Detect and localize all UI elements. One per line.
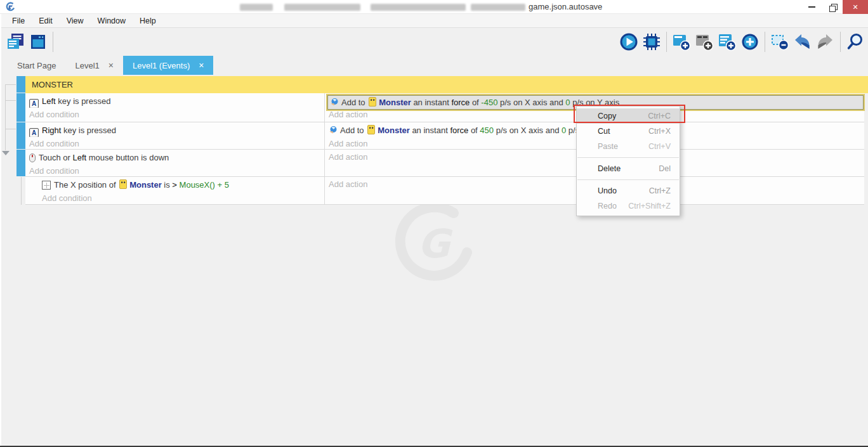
remove-selection-icon <box>770 32 789 51</box>
add-action-link[interactable]: Add action <box>329 152 367 163</box>
tab-level1-events[interactable]: Level1 (Events) × <box>123 56 214 75</box>
gdevelop-watermark-logo: G <box>388 204 483 284</box>
force-icon <box>329 126 338 137</box>
close-icon: ✕ <box>852 3 858 11</box>
add-event-button[interactable] <box>670 30 693 54</box>
tree-line <box>5 84 16 85</box>
scene-editor-icon <box>29 33 47 51</box>
sub-event-row: The X position of Monster is > MouseX() … <box>25 177 864 205</box>
shortcut: Ctrl+Z <box>649 186 671 195</box>
conditions-cell: The X position of Monster is > MouseX() … <box>25 177 325 204</box>
mouse-icon <box>29 153 36 162</box>
menu-edit[interactable]: Edit <box>32 14 60 28</box>
minimize-button[interactable] <box>801 0 822 14</box>
tab-level1[interactable]: Level1 × <box>65 56 123 75</box>
tab-label: Start Page <box>17 61 56 70</box>
redacted-title-segment <box>284 4 360 11</box>
undo-icon <box>793 32 812 51</box>
play-icon <box>619 32 638 51</box>
tab-start-page[interactable]: Start Page <box>8 56 65 75</box>
search-icon <box>846 32 865 51</box>
minimize-icon <box>808 6 815 8</box>
shortcut: Ctrl+Shift+Z <box>628 202 671 211</box>
context-menu-cut[interactable]: Cut Ctrl+X <box>577 124 680 139</box>
tree-line <box>5 84 6 150</box>
project-manager-button[interactable] <box>4 30 27 54</box>
menu-view[interactable]: View <box>60 14 91 28</box>
restore-icon <box>829 4 836 11</box>
tree-line <box>5 129 16 129</box>
position-icon <box>42 181 51 190</box>
add-condition-link[interactable]: Add condition <box>29 138 79 150</box>
condition-item[interactable]: ALeft key is pressed <box>29 95 322 108</box>
context-menu-copy[interactable]: Copy Ctrl+C <box>577 108 680 124</box>
redacted-title-segment <box>471 4 525 11</box>
menu-help[interactable]: Help <box>133 14 163 28</box>
event-row: Touch or Left mouse button is down Add c… <box>25 150 864 177</box>
debug-button[interactable] <box>640 30 663 54</box>
toolbar-divider <box>840 32 841 52</box>
tree-line <box>21 177 22 205</box>
add-condition-link[interactable]: Add condition <box>29 109 79 120</box>
redacted-title-segment <box>371 4 466 11</box>
add-condition-link[interactable]: Add condition <box>29 165 79 177</box>
add-action-link[interactable]: Add action <box>329 109 367 120</box>
undo-button[interactable] <box>791 30 814 54</box>
remove-selection-button[interactable] <box>768 30 791 54</box>
add-comment-icon <box>718 32 737 51</box>
context-menu-delete[interactable]: Delete Del <box>577 161 680 176</box>
tab-close-icon[interactable]: × <box>109 60 114 70</box>
scene-editor-button[interactable] <box>27 30 49 54</box>
tree-line <box>5 100 16 101</box>
play-button[interactable] <box>617 30 640 54</box>
comment-row[interactable]: MONSTER <box>25 76 868 93</box>
menu-window[interactable]: Window <box>91 14 133 28</box>
event-bar <box>16 122 25 149</box>
tab-bar: Start Page Level1 × Level1 (Events) × <box>1 56 868 75</box>
redo-button[interactable] <box>814 30 837 54</box>
svg-text:G: G <box>418 221 453 267</box>
redacted-title-segment <box>240 4 273 11</box>
add-sub-event-icon <box>695 32 714 51</box>
shortcut: Ctrl+V <box>648 142 671 151</box>
conditions-cell: ALeft key is pressed Add condition <box>25 93 325 122</box>
tab-label: Level1 <box>75 61 99 70</box>
keyboard-icon: A <box>29 128 39 137</box>
keyboard-icon: A <box>29 99 39 108</box>
condition-item[interactable]: The X position of Monster is > MouseX() … <box>42 179 322 191</box>
add-sub-event-button[interactable] <box>693 30 716 54</box>
search-button[interactable] <box>844 30 867 54</box>
add-comment-button[interactable] <box>716 30 739 54</box>
shortcut: Ctrl+C <box>648 112 671 120</box>
event-bar <box>16 93 25 122</box>
event-row: ALeft key is pressed Add condition Add t… <box>25 93 864 122</box>
event-row: ARight key is pressed Add condition Add … <box>25 122 864 150</box>
toolbar-divider <box>765 32 765 52</box>
title-bar: game.json.autosave ✕ <box>0 0 868 14</box>
gdevelop-app-icon <box>5 2 15 15</box>
shortcut: Del <box>659 164 671 173</box>
add-action-link[interactable]: Add action <box>329 179 367 190</box>
close-button[interactable]: ✕ <box>843 0 868 14</box>
window-title: game.json.autosave <box>529 2 602 11</box>
context-menu-undo[interactable]: Undo Ctrl+Z <box>577 183 680 198</box>
add-circle-icon <box>740 32 760 51</box>
add-action-link[interactable]: Add action <box>329 138 367 150</box>
context-menu: Copy Ctrl+C Cut Ctrl+X Paste Ctrl+V Dele… <box>576 106 680 216</box>
restore-button[interactable] <box>822 0 843 14</box>
context-menu-redo: Redo Ctrl+Shift+Z <box>577 198 680 214</box>
collapse-caret-icon[interactable] <box>2 151 10 155</box>
conditions-cell: ARight key is pressed Add condition <box>25 122 325 149</box>
shortcut: Ctrl+X <box>648 127 671 136</box>
context-menu-paste: Paste Ctrl+V <box>577 139 680 154</box>
menu-file[interactable]: File <box>5 14 32 28</box>
condition-item[interactable]: Touch or Left mouse button is down <box>29 152 322 164</box>
conditions-cell: Touch or Left mouse button is down Add c… <box>25 150 325 176</box>
toolbar-divider <box>53 32 53 52</box>
condition-item[interactable]: ARight key is pressed <box>29 124 322 137</box>
add-other-button[interactable] <box>739 30 761 54</box>
tab-close-icon[interactable]: × <box>199 60 204 70</box>
comment-text: MONSTER <box>32 80 73 89</box>
event-bar <box>16 150 25 176</box>
add-condition-link[interactable]: Add condition <box>42 193 92 204</box>
